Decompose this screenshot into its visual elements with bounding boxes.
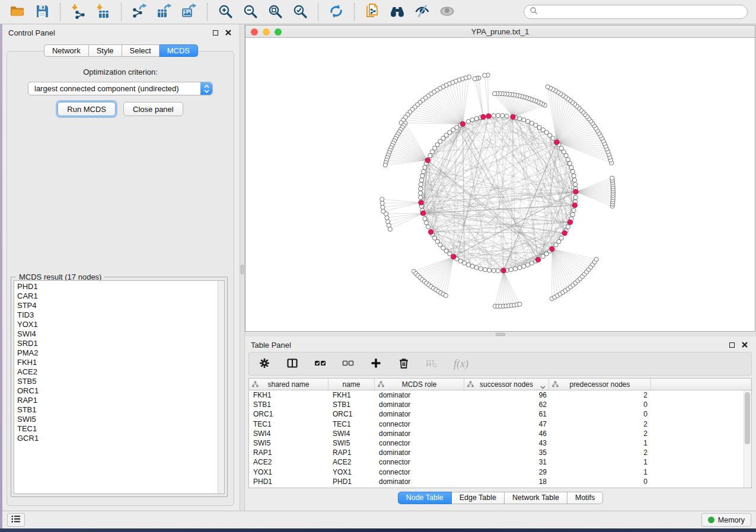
zoom-selected-button[interactable] — [288, 1, 312, 23]
horizontal-splitter[interactable] — [245, 332, 756, 336]
table-row[interactable]: FKH1FKH1dominator962 — [249, 390, 751, 400]
cell-successor-nodes: 35 — [464, 448, 549, 457]
network-canvas[interactable] — [245, 39, 755, 331]
cell-MCDS-role: dominator — [375, 400, 464, 409]
minimize-window-icon[interactable] — [263, 28, 270, 36]
close-window-icon[interactable] — [251, 28, 258, 36]
table-delete-icon — [426, 357, 438, 371]
tab-mcds[interactable]: MCDS — [160, 44, 198, 57]
tab-node-table[interactable]: Node Table — [398, 492, 452, 504]
cell-successor-nodes: 61 — [464, 409, 549, 419]
float-panel-button[interactable] — [210, 28, 221, 37]
table-row[interactable]: TEC1TEC1connector472 — [249, 419, 751, 429]
mcds-result-item[interactable]: YOX1 — [17, 320, 224, 329]
tab-motifs[interactable]: Motifs — [567, 492, 603, 504]
float-table-panel-button[interactable] — [726, 340, 737, 350]
close-table-panel-button[interactable] — [739, 340, 750, 350]
tab-network[interactable]: Network — [44, 44, 89, 57]
cell-MCDS-role: connector — [375, 419, 464, 429]
table-row[interactable]: YOX1YOX1connector291 — [249, 467, 751, 477]
table-row[interactable]: PHD1PHD1dominator180 — [249, 477, 751, 486]
memory-label: Memory — [718, 516, 745, 524]
vertical-splitter-grip[interactable] — [241, 265, 244, 274]
import-network-button[interactable] — [66, 1, 91, 23]
chevron-down-icon[interactable] — [540, 383, 546, 391]
mcds-result-item[interactable]: FKH1 — [17, 358, 224, 367]
find-button[interactable] — [385, 1, 410, 23]
table-scrollbar[interactable] — [744, 390, 751, 488]
run-mcds-button[interactable]: Run MCDS — [58, 102, 116, 116]
add-column-button[interactable] — [370, 355, 382, 372]
import-table-button[interactable] — [91, 1, 116, 23]
mcds-result-item[interactable]: SWI4 — [17, 329, 224, 339]
mcds-result-item[interactable]: STB5 — [17, 377, 224, 386]
mcds-result-item[interactable]: RAP1 — [17, 396, 224, 405]
open-file-button[interactable] — [5, 1, 30, 23]
delete-column-button[interactable] — [398, 355, 410, 372]
show-all-button[interactable] — [435, 1, 460, 23]
mcds-result-item[interactable]: PMA2 — [17, 348, 224, 358]
list-icon — [11, 515, 21, 525]
select-all-button[interactable] — [314, 355, 326, 372]
delete-table-button[interactable] — [426, 355, 438, 372]
toggle-column-view-button[interactable] — [286, 355, 298, 372]
table-row[interactable]: RAP1RAP1dominator352 — [249, 448, 751, 457]
column-header-successor-nodes[interactable]: successor nodes — [464, 379, 549, 390]
memory-button[interactable]: Memory — [701, 513, 751, 527]
close-mcds-panel-button[interactable]: Close panel — [123, 102, 183, 116]
search-input[interactable] — [538, 8, 744, 17]
mcds-result-item[interactable]: TEC1 — [17, 424, 224, 434]
column-header-MCDS-role[interactable]: MCDS role — [375, 379, 464, 390]
table-row[interactable]: SWI4SWI4dominator462 — [249, 429, 751, 438]
table-settings-button[interactable] — [259, 355, 270, 372]
close-panel-button[interactable] — [223, 28, 234, 37]
mcds-result-item[interactable]: STP4 — [17, 301, 224, 310]
columns-icon — [286, 357, 298, 371]
cell-successor-nodes: 29 — [464, 467, 549, 477]
mcds-result-item[interactable]: SWI5 — [17, 415, 224, 424]
cell-MCDS-role: dominator — [375, 477, 464, 486]
tab-edge-table[interactable]: Edge Table — [452, 492, 505, 504]
cell-predecessor-nodes: 1 — [549, 438, 651, 448]
apply-layout-button[interactable] — [324, 1, 349, 23]
mcds-result-scrollbar[interactable] — [218, 281, 224, 493]
zoom-in-icon — [218, 4, 233, 21]
hide-selected-button[interactable] — [410, 1, 435, 23]
export-image-button[interactable] — [177, 1, 202, 23]
table-row[interactable]: ORC1ORC1dominator610 — [249, 409, 751, 419]
mcds-result-item[interactable]: SRD1 — [17, 339, 224, 348]
mcds-result-item[interactable]: TID3 — [17, 310, 224, 320]
tab-style[interactable]: Style — [89, 44, 122, 57]
mcds-result-item[interactable]: STB1 — [17, 405, 224, 415]
mcds-result-item[interactable]: ACE2 — [17, 367, 224, 377]
tab-network-table[interactable]: Network Table — [505, 492, 567, 504]
zoom-out-button[interactable] — [238, 1, 263, 23]
export-network-button[interactable] — [127, 1, 152, 23]
mcds-result-item[interactable]: CAR1 — [17, 291, 224, 301]
optimization-criterion-select[interactable]: largest connected component (undirected) — [28, 82, 213, 95]
zoom-window-icon[interactable] — [275, 28, 282, 36]
table-scrollbar-thumb[interactable] — [745, 392, 750, 444]
mcds-result-item[interactable]: PHD1 — [17, 282, 224, 291]
log-console-button[interactable] — [7, 513, 25, 527]
function-builder-button[interactable]: f(x) — [454, 355, 468, 372]
cell-name: TEC1 — [328, 419, 375, 429]
column-header-shared-name[interactable]: shared name — [249, 379, 328, 390]
cell-name: SWI5 — [328, 438, 375, 448]
zoom-fit-button[interactable] — [263, 1, 288, 23]
tab-select[interactable]: Select — [122, 44, 160, 57]
table-row[interactable]: ACE2ACE2connector311 — [249, 457, 751, 467]
column-header-predecessor-nodes[interactable]: predecessor nodes — [549, 379, 651, 390]
table-row[interactable]: SWI5SWI5connector431 — [249, 438, 751, 448]
export-table-button[interactable] — [152, 1, 177, 23]
save-session-button[interactable] — [30, 1, 55, 23]
deselect-all-button[interactable] — [342, 355, 354, 372]
column-header-name[interactable]: name — [328, 379, 375, 390]
mcds-result-item[interactable]: GCR1 — [17, 434, 224, 443]
zoom-in-button[interactable] — [213, 1, 238, 23]
network-from-selection-button[interactable] — [360, 1, 385, 23]
vertical-splitter[interactable] — [240, 24, 245, 511]
table-row[interactable]: STB1STB1dominator620 — [249, 400, 751, 409]
mcds-result-item[interactable]: ORC1 — [17, 386, 224, 396]
horizontal-splitter-grip[interactable] — [496, 333, 505, 336]
